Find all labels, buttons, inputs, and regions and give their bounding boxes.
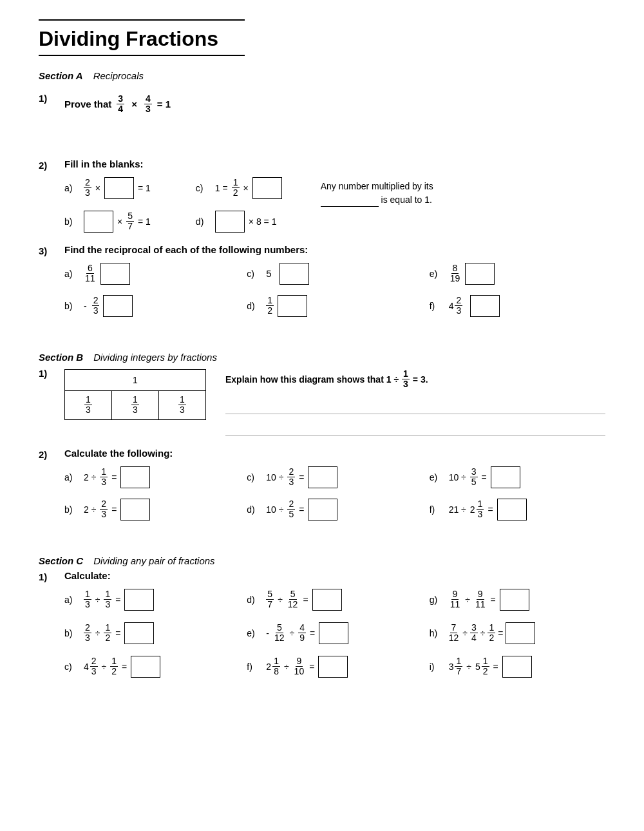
q3-d-blank — [278, 295, 307, 317]
c-q1-e: e) - 512 ÷ 49 = — [247, 622, 422, 644]
c-q1-f-label: f) — [247, 662, 262, 672]
c-q1-e-blank — [319, 622, 348, 644]
c-q1-e-label: e) — [247, 628, 262, 638]
q2-b: b) × 57 = 1 — [64, 211, 151, 233]
b-q2-d: d) 10 ÷ 25 = — [247, 499, 422, 521]
q3-a: a) 611 — [64, 263, 240, 285]
b-q2-d-blank — [308, 499, 337, 521]
q2-d-op: × 8 = 1 — [249, 216, 277, 227]
q2-c-frac: 12 — [232, 178, 240, 198]
diagram-cell-1: 13 — [65, 391, 112, 419]
q2-a-frac: 23 — [84, 178, 91, 198]
b-q2-a-label: a) — [64, 472, 80, 482]
q1-equals: = 1 — [157, 99, 171, 110]
q3-d: d) 12 — [247, 295, 422, 317]
b-q2-label: Calculate the following: — [64, 448, 605, 459]
b-q2-d-frac: 25 — [287, 499, 295, 520]
b-q2-f-mixed: 2 13 — [470, 499, 484, 520]
section-b-q2: 2) Calculate the following: a) 2 ÷ 13 = … — [39, 448, 605, 521]
q3-f-val: 4 23 — [449, 296, 463, 316]
q3-b-neg: - — [84, 301, 87, 311]
c-q1-i-blank — [502, 656, 532, 678]
b-q2-b-frac: 23 — [100, 499, 108, 520]
q2-d: d) × 8 = 1 — [196, 211, 282, 233]
q3-c: c) 5 — [247, 263, 422, 285]
b-q2-f-label: f) — [430, 504, 445, 515]
diagram-bottom: 13 13 13 — [65, 391, 205, 419]
c-q1-content: Calculate: a) 13 ÷ 13 = d) 57 ÷ 512 = — [64, 570, 605, 678]
top-rule — [39, 19, 245, 21]
section-c-header: Section C Dividing any pair of fractions — [39, 555, 605, 566]
c-q1-a-label: a) — [64, 595, 80, 605]
b-q1-num: 1) — [39, 367, 58, 379]
c-q1-i-label: i) — [430, 662, 445, 672]
q3-f-label: f) — [430, 301, 445, 311]
diagram: 1 13 13 13 — [64, 369, 206, 420]
c-q1-b-blank — [124, 622, 154, 644]
q3-f-blank — [470, 295, 500, 317]
q2-d-label: d) — [196, 216, 211, 227]
q2-b-eq: = 1 — [138, 216, 151, 227]
b-q1-explain: Explain how this diagram shows that 1 ÷ … — [225, 369, 605, 436]
q3-b-val: 23 — [92, 296, 100, 316]
q2-c-op: × — [243, 183, 249, 193]
q1-op: × — [129, 99, 139, 110]
q2-b-op: × — [117, 216, 122, 227]
q3-a-val: 611 — [84, 263, 97, 284]
q2-a-eq: = 1 — [138, 183, 151, 193]
section-b-q1: 1) 1 13 13 13 Explain ho — [39, 367, 605, 436]
c-q1-f: f) 2 18 ÷ 910 = — [247, 656, 422, 678]
b-q2-e: e) 10 ÷ 35 = — [430, 466, 605, 488]
q2-a-op: × — [95, 183, 100, 193]
q3-content: Find the reciprocal of each of the follo… — [64, 244, 605, 317]
c-q1-g: g) 911 ÷ 911 = — [430, 589, 605, 611]
section-a-label: Section A — [39, 70, 83, 81]
q2-c-label: c) — [196, 183, 211, 193]
q1-frac1: 3 4 — [117, 94, 124, 115]
section-a-q3: 3) Find the reciprocal of each of the fo… — [39, 244, 605, 317]
section-a-q1: 1) Prove that 3 4 × 4 3 = 1 — [39, 91, 605, 115]
c-q1-label: Calculate: — [64, 570, 605, 581]
q3-b-label: b) — [64, 301, 80, 311]
b-q2-a-frac: 13 — [100, 467, 108, 488]
c-q1-num: 1) — [39, 570, 58, 582]
bottom-rule — [39, 55, 245, 56]
q1-frac2: 4 3 — [144, 94, 152, 115]
q2-a-blank — [104, 177, 134, 199]
c-q1-a-blank — [124, 589, 154, 611]
b-q2-num: 2) — [39, 448, 58, 460]
q2-d-blank — [215, 211, 245, 233]
page-title: Dividing Fractions — [39, 27, 605, 51]
section-b-header: Section B Dividing integers by fractions — [39, 352, 605, 363]
section-a-header: Section A Reciprocals — [39, 70, 605, 81]
c-q1-d-label: d) — [247, 595, 262, 605]
b-q2-c-blank — [308, 466, 337, 488]
q2-b-blank — [84, 211, 113, 233]
diagram-cell-3: 13 — [159, 391, 205, 419]
c-q1-h-label: h) — [430, 628, 445, 638]
c-q1-f-blank — [318, 656, 348, 678]
q3-f: f) 4 23 — [430, 295, 605, 317]
q2-b-frac: 57 — [126, 211, 134, 232]
section-a-q2: 2) Fill in the blanks: a) 23 × = 1 b) × — [39, 158, 605, 233]
diagram-cell-2: 13 — [112, 391, 159, 419]
c-q1-g-blank — [500, 589, 529, 611]
explain-line-2 — [225, 422, 605, 436]
b-q2-a-blank — [120, 466, 150, 488]
q2-num: 2) — [39, 158, 58, 171]
b-q2-c-frac: 23 — [287, 467, 295, 488]
q1-prove-text: Prove that — [64, 99, 111, 110]
q2-content: Fill in the blanks: a) 23 × = 1 b) × 57 — [64, 158, 605, 233]
b-q2-d-label: d) — [247, 504, 262, 515]
section-c-subtitle: Dividing any pair of fractions — [93, 555, 214, 566]
q2-b-label: b) — [64, 216, 80, 227]
q1-num: 1) — [39, 91, 58, 104]
q3-d-label: d) — [247, 301, 262, 311]
q2-c-blank — [252, 177, 282, 199]
b-q2-f: f) 21 ÷ 2 13 = — [430, 499, 605, 521]
q2-a: a) 23 × = 1 — [64, 177, 151, 199]
b-q1-content: 1 13 13 13 Explain how this diagram show… — [64, 367, 605, 436]
c-q1-h: h) 712 ÷ 34 ÷ 12 = — [430, 622, 605, 644]
q3-b: b) - 23 — [64, 295, 240, 317]
q3-label: Find the reciprocal of each of the follo… — [64, 244, 605, 255]
